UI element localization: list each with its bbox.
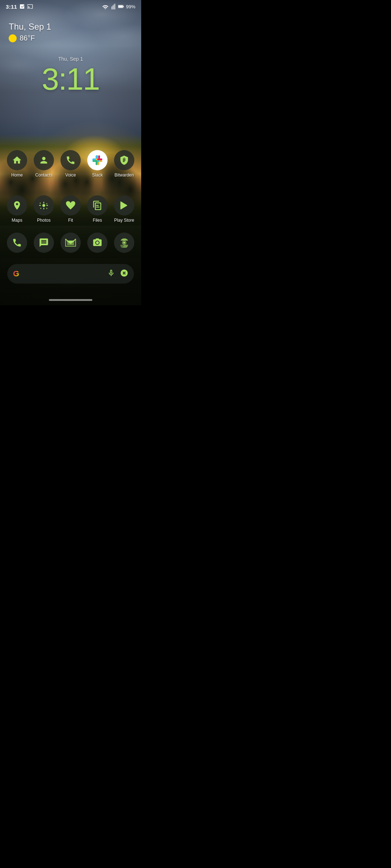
voice-label: Voice: [65, 173, 76, 178]
weather-widget: 86°F: [9, 34, 51, 42]
app-voice[interactable]: Voice: [58, 150, 83, 178]
date-label: Thu, Sep 1: [9, 22, 51, 32]
contacts-label: Contacts: [35, 173, 52, 178]
status-time: 3:11: [6, 4, 17, 10]
svg-rect-1: [123, 6, 124, 7]
slack-label: Slack: [92, 173, 102, 178]
app-contacts[interactable]: Contacts: [31, 150, 56, 178]
photos-icon-circle: [34, 195, 54, 216]
svg-rect-17: [96, 158, 97, 160]
app-home[interactable]: Home: [5, 150, 29, 178]
svg-point-23: [123, 242, 125, 244]
app-messages[interactable]: [31, 233, 56, 253]
notification-icon: [19, 4, 25, 9]
temperature-label: 86°F: [20, 34, 35, 42]
home-icon-circle: [7, 150, 27, 170]
slack-icon-circle: [87, 150, 108, 170]
app-bitwarden[interactable]: Bitwarden: [112, 150, 136, 178]
bitwarden-label: Bitwarden: [114, 173, 134, 178]
search-actions: [107, 269, 128, 279]
app-chrome[interactable]: [112, 233, 136, 253]
status-bar: 3:11 99%: [0, 0, 141, 13]
app-play-store[interactable]: Play Store: [112, 195, 136, 223]
battery-icon: [118, 4, 124, 9]
signal-icon: [111, 4, 116, 9]
chrome-icon-circle: [114, 233, 134, 253]
camera-icon-circle: [87, 233, 108, 253]
clock-widget: Thu, Sep 1 3:11: [0, 56, 141, 94]
microphone-icon[interactable]: [107, 269, 115, 279]
home-indicator: [49, 299, 92, 301]
maps-icon-circle: [7, 195, 27, 216]
svg-rect-19: [96, 160, 97, 162]
voice-icon-circle: [60, 150, 81, 170]
app-photos[interactable]: Photos: [31, 195, 56, 223]
svg-rect-18: [97, 158, 99, 160]
bitwarden-icon-circle: [114, 150, 134, 170]
app-slack[interactable]: Slack: [85, 150, 110, 178]
phone-icon-circle: [7, 233, 27, 253]
app-files[interactable]: Files: [85, 195, 110, 223]
messages-icon-circle: [34, 233, 54, 253]
screen-cast-icon: [27, 4, 33, 9]
photos-label: Photos: [37, 218, 50, 223]
app-gmail[interactable]: [58, 233, 83, 253]
app-fit[interactable]: Fit: [58, 195, 83, 223]
play-store-label: Play Store: [114, 218, 134, 223]
app-camera[interactable]: [85, 233, 110, 253]
home-label: Home: [11, 173, 23, 178]
search-bar[interactable]: G: [7, 264, 134, 284]
maps-label: Maps: [12, 218, 22, 223]
svg-rect-2: [118, 5, 123, 8]
status-right: 99%: [102, 4, 135, 9]
app-maps[interactable]: Maps: [5, 195, 29, 223]
app-phone[interactable]: [5, 233, 29, 253]
sun-icon: [9, 34, 17, 42]
files-icon-circle: [87, 195, 108, 216]
svg-rect-20: [97, 160, 99, 162]
app-row-2: Maps Photos Fit Files Play Store: [0, 195, 141, 223]
files-label: Files: [93, 218, 102, 223]
wifi-icon: [102, 4, 109, 9]
gmail-icon-circle: [60, 233, 81, 253]
status-left: 3:11: [6, 4, 33, 10]
lens-icon[interactable]: [120, 269, 128, 279]
clock-time: 3:11: [0, 63, 141, 94]
fit-icon-circle: [60, 195, 81, 216]
google-g-icon: G: [13, 269, 19, 278]
battery-percentage: 99%: [126, 4, 135, 9]
fit-label: Fit: [68, 218, 73, 223]
clock-date: Thu, Sep 1: [0, 56, 141, 62]
date-weather-widget: Thu, Sep 1 86°F: [9, 22, 51, 42]
contacts-icon-circle: [34, 150, 54, 170]
app-row-1: Home Contacts Voice: [0, 150, 141, 178]
dock-row: [0, 233, 141, 253]
play-store-icon-circle: [114, 195, 134, 216]
